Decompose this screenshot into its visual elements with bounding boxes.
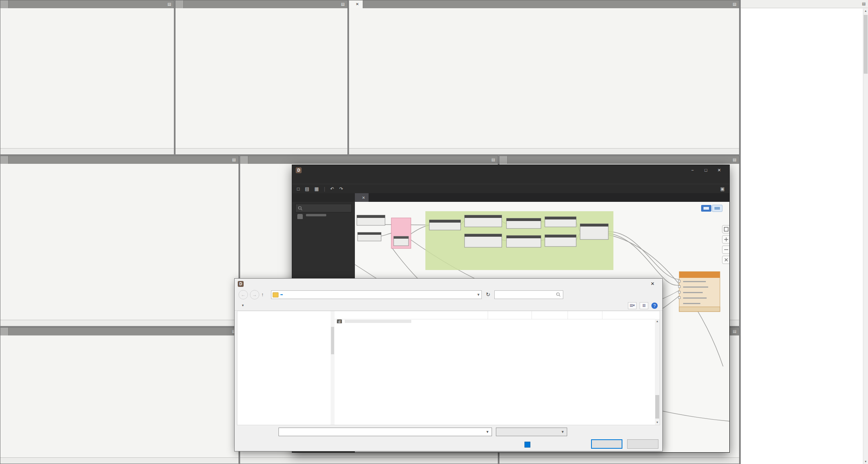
scrollbar-thumb[interactable] <box>864 15 868 74</box>
file-list-header <box>335 311 660 319</box>
workspace-tabbar: ✕ <box>355 193 729 202</box>
view-list-icon[interactable]: ▤ <box>230 156 239 164</box>
view-canvas[interactable] <box>0 8 174 148</box>
view-list-icon[interactable]: ▤ <box>338 0 347 8</box>
folder-icon <box>273 292 278 297</box>
scroll-up-icon[interactable]: ▲ <box>655 319 660 324</box>
undo-icon[interactable]: ↶ <box>330 186 334 192</box>
library-item-partial[interactable] <box>292 214 355 219</box>
sidebar-scrollbar[interactable] <box>331 311 335 425</box>
back-icon[interactable]: ← <box>239 290 248 299</box>
open-button[interactable] <box>591 439 622 449</box>
scrollbar-thumb[interactable] <box>655 395 659 419</box>
toolbar-separator: | <box>324 186 325 192</box>
search-icon <box>298 206 302 210</box>
view-list-icon[interactable]: ▤ <box>730 156 739 164</box>
column-date[interactable] <box>488 311 532 319</box>
view-tab-kkm39[interactable] <box>0 328 9 335</box>
background-preview-toggle[interactable] <box>701 205 722 212</box>
filename-input[interactable]: ▼ <box>278 428 492 436</box>
file-list: d ▲ ▼ <box>335 311 660 425</box>
manual-mode-option[interactable] <box>524 441 586 448</box>
view-mode-icon[interactable]: ▤▾ <box>628 302 637 309</box>
cancel-button[interactable] <box>627 439 658 449</box>
node-header <box>394 236 409 239</box>
view-list-icon[interactable]: ▤ <box>489 156 498 164</box>
view-tabbar: ✕ ▤ <box>349 0 739 8</box>
scroll-up-icon[interactable]: ▲ <box>863 9 868 13</box>
view-control-bar <box>0 320 239 326</box>
panel-menu-icon[interactable]: ▤ <box>862 0 866 8</box>
scroll-down-icon[interactable]: ▼ <box>655 420 660 425</box>
project-browser-tree <box>741 9 863 464</box>
workspace-tab[interactable]: ✕ <box>355 193 369 202</box>
browser-scrollbar[interactable]: ▲ ▼ <box>863 9 868 464</box>
file-list-scrollbar[interactable]: ▲ ▼ <box>655 319 660 425</box>
dynamo-titlebar[interactable]: D − □ ✕ <box>292 165 729 175</box>
package-icon <box>297 214 303 219</box>
maximize-icon[interactable]: □ <box>699 166 712 174</box>
library-search-input[interactable] <box>295 204 352 212</box>
viewport-kkm22: ✕ ▤ <box>349 0 740 155</box>
view-control-bar <box>175 148 347 154</box>
search-input[interactable] <box>494 290 563 299</box>
view-tab-kkm05[interactable] <box>499 156 508 164</box>
minimize-icon[interactable]: − <box>686 166 699 174</box>
project-browser-titlebar[interactable]: ▤ <box>741 0 868 8</box>
view-canvas[interactable] <box>349 8 739 148</box>
view-canvas[interactable] <box>0 164 239 320</box>
chevron-down-icon: ▼ <box>561 430 564 434</box>
view-tabbar: ▤ <box>0 328 239 335</box>
create-sheet-node[interactable] <box>678 272 720 312</box>
address-bar[interactable]: ▼ <box>271 290 482 299</box>
chevron-down-icon[interactable]: ▼ <box>483 430 492 434</box>
view-tab-kkm50[interactable] <box>0 0 9 8</box>
column-name[interactable] <box>335 311 488 319</box>
clipped-label <box>345 320 411 323</box>
address-path <box>280 294 283 295</box>
dyn-file-icon: d <box>337 319 342 323</box>
view-tab-kkm22-active[interactable]: ✕ <box>349 0 363 8</box>
search-icon <box>556 292 561 297</box>
view-tabbar: ▤ <box>0 156 239 164</box>
dialog-titlebar[interactable]: D ✕ <box>235 279 662 289</box>
preview-pane-icon[interactable]: ▥ <box>640 302 648 309</box>
close-tab-icon[interactable]: ✕ <box>362 196 365 200</box>
up-icon[interactable]: ↑ <box>261 292 269 297</box>
view-tab-kkm27[interactable] <box>240 156 248 164</box>
save-file-icon[interactable]: ▦ <box>315 186 319 192</box>
column-size[interactable] <box>568 311 602 319</box>
view-list-icon[interactable]: ▤ <box>165 0 174 8</box>
view-canvas[interactable] <box>175 8 347 148</box>
view-tabbar: ▤ <box>175 0 347 8</box>
close-icon[interactable]: ✕ <box>646 281 659 286</box>
scroll-down-icon[interactable]: ▼ <box>863 459 868 464</box>
open-file-icon[interactable]: ▤ <box>305 186 309 192</box>
forward-icon[interactable]: → <box>250 290 259 299</box>
close-view-icon[interactable]: ✕ <box>356 0 359 8</box>
organize-button[interactable]: ▼ <box>239 304 244 307</box>
help-icon[interactable]: ? <box>651 303 658 309</box>
canvas-zoom-controls[interactable] <box>722 225 729 264</box>
view-list-icon[interactable]: ▤ <box>730 328 739 335</box>
refresh-icon[interactable]: ↻ <box>484 290 492 299</box>
view-control-bar <box>240 457 498 464</box>
redo-icon[interactable]: ↷ <box>339 186 343 192</box>
view-control-bar <box>0 148 174 154</box>
view-canvas[interactable] <box>0 335 239 457</box>
library-title <box>292 193 355 202</box>
chevron-down-icon[interactable]: ▼ <box>477 293 480 297</box>
manual-mode-checkbox[interactable] <box>524 442 530 448</box>
view-tab-kkm34[interactable] <box>175 0 184 8</box>
view-tab-kkm42[interactable] <box>0 156 9 164</box>
column-type[interactable] <box>532 311 568 319</box>
file-row-partial[interactable]: d <box>335 319 660 323</box>
filetype-select[interactable]: ▼ <box>496 428 567 436</box>
view-control-bar <box>0 457 239 464</box>
dynamo-logo-icon: D <box>296 167 302 173</box>
view-list-icon[interactable]: ▤ <box>730 0 739 8</box>
export-image-icon[interactable]: ▣ <box>720 186 725 192</box>
dialog-toolbar: ▼ ▤▾ ▥ ? <box>235 301 662 311</box>
new-file-icon[interactable]: □ <box>297 186 300 192</box>
close-icon[interactable]: ✕ <box>712 166 726 174</box>
